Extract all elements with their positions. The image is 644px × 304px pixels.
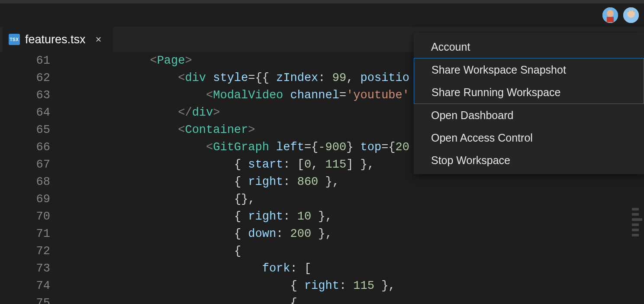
line-number: 75 xyxy=(0,294,50,304)
line-number: 61 xyxy=(0,52,50,69)
menu-item[interactable]: Stop Workspace xyxy=(414,149,644,171)
line-number: 70 xyxy=(0,208,50,225)
menu-section-share: Share Workspace SnapshotShare Running Wo… xyxy=(414,58,644,104)
code-line: { xyxy=(66,294,644,304)
menu-item[interactable]: Share Workspace Snapshot xyxy=(414,58,644,81)
code-line: {}, xyxy=(66,191,644,208)
tab-title: features.tsx xyxy=(25,33,86,46)
close-icon[interactable]: × xyxy=(93,34,104,45)
line-number: 67 xyxy=(0,156,50,173)
code-line: fork: [ xyxy=(66,260,644,277)
header xyxy=(0,3,644,27)
titlebar xyxy=(0,0,644,3)
line-number: 63 xyxy=(0,87,50,104)
code-line: { right: 115 }, xyxy=(66,277,644,294)
line-number: 62 xyxy=(0,69,50,87)
line-number: 65 xyxy=(0,121,50,139)
line-number: 72 xyxy=(0,243,50,260)
line-number: 73 xyxy=(0,260,50,277)
line-number: 68 xyxy=(0,173,50,191)
avatar-user-1[interactable] xyxy=(602,7,618,23)
code-line: { right: 10 }, xyxy=(66,208,644,225)
menu-item[interactable]: Account xyxy=(414,36,644,58)
code-line: { xyxy=(66,243,644,260)
line-number: 64 xyxy=(0,104,50,121)
menu-item[interactable]: Open Access Control xyxy=(414,126,644,149)
line-number: 74 xyxy=(0,277,50,294)
menu-item[interactable]: Open Dashboard xyxy=(414,104,644,126)
account-menu: AccountShare Workspace SnapshotShare Run… xyxy=(414,33,644,174)
svg-rect-2 xyxy=(607,17,614,22)
svg-point-1 xyxy=(607,10,614,17)
tab-features[interactable]: TSX features.tsx × xyxy=(3,27,113,52)
minimap[interactable] xyxy=(632,208,642,236)
line-number: 71 xyxy=(0,225,50,243)
code-line: { down: 200 }, xyxy=(66,225,644,243)
line-number-gutter: 616263646566676869707172737475 xyxy=(0,52,66,304)
menu-item[interactable]: Share Running Workspace xyxy=(414,81,644,103)
code-line: { right: 860 }, xyxy=(66,173,644,191)
tsx-file-icon: TSX xyxy=(9,34,20,45)
avatar-user-2[interactable] xyxy=(623,7,639,23)
svg-point-4 xyxy=(627,10,635,18)
line-number: 69 xyxy=(0,191,50,208)
line-number: 66 xyxy=(0,139,50,156)
